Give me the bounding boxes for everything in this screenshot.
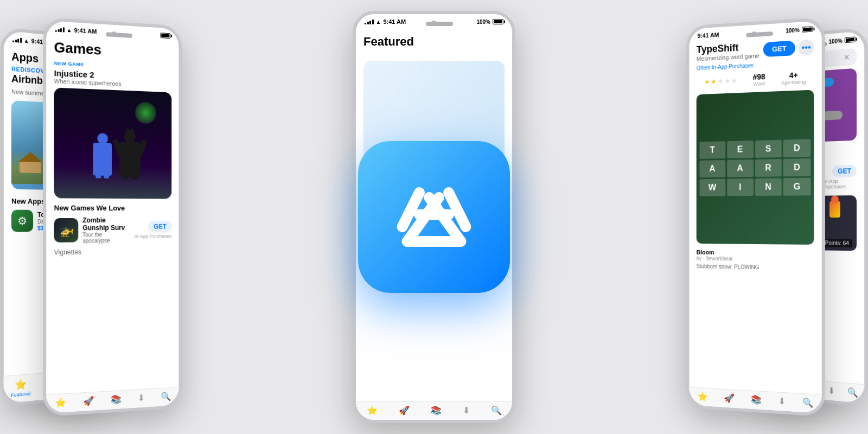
rocket-icon-right: 🚀 (724, 393, 734, 404)
cell-s: S (755, 140, 781, 158)
cell-e1: E (727, 141, 754, 158)
tab-stack-left[interactable]: 📚 (111, 394, 122, 405)
search-icon-left: 🔍 (161, 391, 171, 402)
zombie-name: Zombie Gunship Surv (82, 216, 130, 232)
rocket-icon-center: 🚀 (399, 405, 410, 416)
center-screen-title: Featured (356, 27, 512, 56)
wifi-icon-left: ▲ (66, 27, 72, 33)
cell-d2: D (783, 158, 810, 176)
time-right: 9:41 AM (698, 31, 719, 39)
stubborn-label: Stubborn snow: PLOWING (697, 263, 814, 271)
tab-rocket-left[interactable]: 🚀 (83, 395, 94, 406)
cell-w: W (699, 179, 725, 196)
tab-download-left[interactable]: ⬇ (137, 393, 144, 404)
featured-icon-center: ⭐ (367, 405, 378, 416)
tab-featured-center[interactable]: ⭐ (367, 405, 378, 416)
battery-far-right (845, 36, 856, 43)
signal-bars-center (365, 19, 374, 24)
appstore-logo-svg (385, 168, 483, 266)
tab-search-right[interactable]: 🔍 (802, 397, 813, 409)
signal-bars (12, 36, 22, 43)
tab-stack-right[interactable]: 📚 (751, 394, 762, 405)
tab-download-far-right[interactable]: ⬇ (828, 385, 835, 396)
battery-pct-center: 100% (476, 19, 490, 25)
cell-a1: A (699, 160, 725, 177)
appstore-icon (358, 141, 510, 293)
battery-right (802, 26, 813, 32)
download-icon-left: ⬇ (137, 393, 144, 404)
battery-pct-far-right: 100% (828, 37, 842, 44)
battery-center (493, 19, 503, 24)
cell-r: R (755, 159, 781, 177)
download-icon-center: ⬇ (463, 405, 470, 416)
tab-search-center[interactable]: 🔍 (491, 405, 502, 416)
cell-i: I (727, 178, 754, 196)
phone-speaker-center (426, 22, 453, 26)
featured-tab-icon-left: ⭐ (55, 397, 66, 409)
search-icon-right: 🔍 (802, 397, 813, 409)
games-screen: Games NEW GAME Injustice 2 When iconic s… (46, 34, 178, 410)
tab-featured-right[interactable]: ⭐ (697, 391, 707, 402)
rank-label: Word (753, 81, 765, 87)
download-icon-right: ⬇ (778, 396, 785, 407)
age-label: Age Rating (781, 79, 806, 86)
stack-icon-center: 📚 (431, 405, 442, 416)
cell-n: N (755, 178, 781, 196)
search-icon-center: 🔍 (491, 405, 502, 416)
tab-rocket-center[interactable]: 🚀 (399, 405, 410, 416)
hopscotch-get-btn[interactable]: GET (832, 164, 857, 177)
signal-bars-left (55, 26, 65, 32)
word-grid: T E S D A A R D W I N G (697, 90, 814, 245)
bloom-by: by · lleworkbear (697, 256, 814, 263)
time-left: 9:41 AM (74, 27, 97, 35)
tab-rocket-right[interactable]: 🚀 (724, 393, 734, 404)
video-points: Points: 64 (822, 239, 852, 247)
stack-icon-right: 📚 (751, 394, 762, 405)
rocket-icon-left: 🚀 (83, 395, 94, 406)
cell-d: D (783, 139, 810, 157)
search-icon-far-right: 🔍 (847, 387, 858, 398)
search-clear-btn[interactable]: ✕ (844, 53, 850, 62)
tab-download-center[interactable]: ⬇ (463, 405, 470, 416)
tab-stack-center[interactable]: 📚 (431, 405, 442, 416)
phone-right: 9:41 AM 100% TypeShift Mesmerizing word … (686, 17, 825, 417)
appstore-icon-container (358, 141, 510, 293)
tab-search-far-right[interactable]: 🔍 (847, 387, 858, 398)
typeshift-get-btn[interactable]: GET (763, 41, 795, 57)
age-num: 4+ (781, 71, 806, 80)
new-games-label: New Games We Love (54, 204, 172, 213)
touchretouch-icon: ⚙ (11, 210, 33, 232)
injustice-card (54, 87, 172, 199)
zombie-iap: In-App Purchases (135, 233, 172, 239)
featured-icon-right: ⭐ (697, 391, 707, 402)
vignettes-name: Vignettes (46, 246, 178, 258)
rank-num: #98 (753, 72, 765, 81)
tab-featured-left[interactable]: ⭐ (55, 397, 66, 409)
typeshift-screen: TypeShift Mesmerizing word game GET ••• … (689, 34, 821, 410)
tab-search-left[interactable]: 🔍 (161, 391, 171, 402)
wifi-icon: ▲ (24, 37, 29, 44)
more-btn[interactable]: ••• (799, 39, 814, 55)
bottom-tabs-center: ⭐ 🚀 📚 ⬇ 🔍 (356, 401, 512, 420)
tab-download-right[interactable]: ⬇ (778, 396, 785, 407)
zombie-get-btn[interactable]: GET (149, 221, 172, 233)
featured-icon: ⭐ (15, 378, 27, 391)
zombie-item: 🚁 Zombie Gunship Surv Tour the apocalyps… (46, 213, 178, 247)
new-game-badge: NEW GAME (54, 60, 84, 67)
cell-a2: A (727, 159, 754, 177)
battery-pct-right: 100% (786, 27, 800, 34)
cell-g: G (783, 178, 810, 196)
tab-featured[interactable]: ⭐ Featured (11, 378, 30, 398)
stack-icon-left: 📚 (111, 394, 122, 405)
featured-label: Featured (11, 391, 30, 398)
cell-t: T (699, 141, 725, 159)
zombie-icon: 🚁 (54, 218, 79, 242)
time-center: 9:41 AM (383, 18, 406, 25)
scene: ▲ 9:41 AM Apps REDISCOVER THIS Airbnb Ne… (0, 0, 868, 434)
battery-left (160, 33, 170, 39)
wifi-icon-center: ▲ (376, 19, 381, 25)
hopscotch-iap: In-App Purchases (824, 178, 857, 189)
zombie-desc: Tour the apocalypse (82, 232, 130, 244)
phone-left: ▲ 9:41 AM Games NEW GAME Injustice 2 Whe… (43, 17, 182, 417)
download-icon-far-right: ⬇ (828, 385, 835, 396)
